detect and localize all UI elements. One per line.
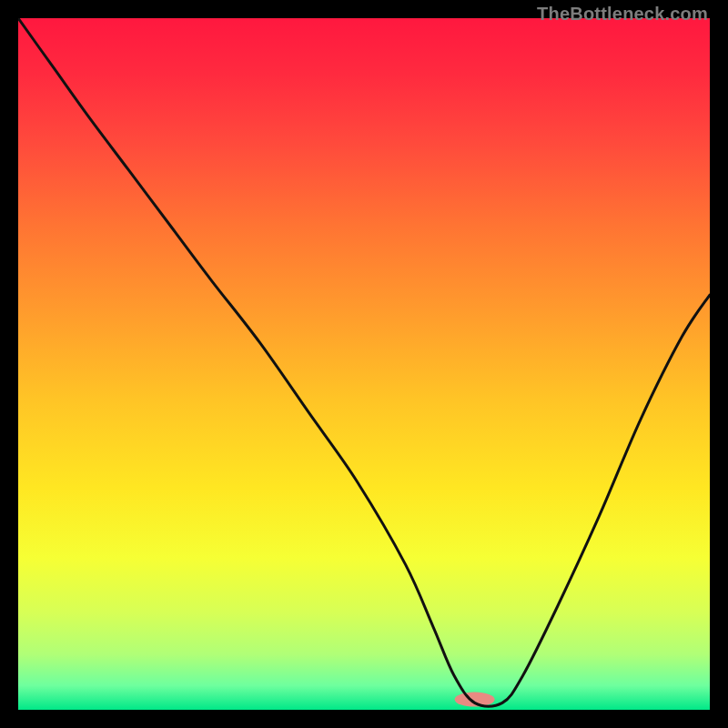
chart-background <box>18 18 710 710</box>
chart-stage: TheBottleneck.com <box>0 0 728 728</box>
chart-plot-area <box>18 18 710 710</box>
chart-svg <box>18 18 710 710</box>
optimal-point-marker <box>455 693 495 707</box>
watermark-text: TheBottleneck.com <box>537 4 708 25</box>
